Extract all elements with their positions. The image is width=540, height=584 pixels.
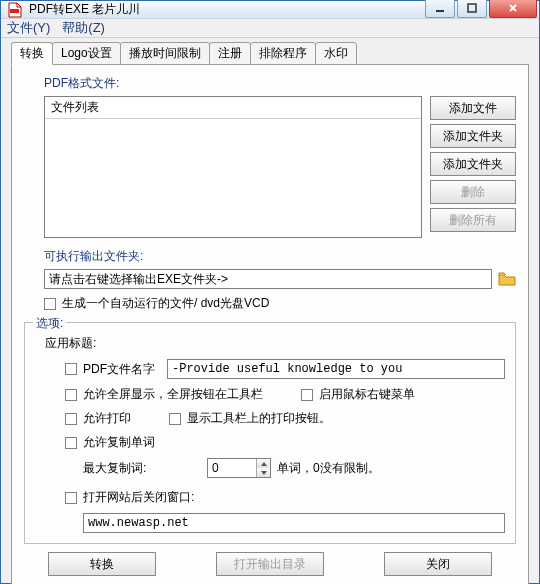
options-legend: 选项:: [33, 315, 66, 332]
options-fieldset: 选项: 应用标题: PDF文件名字 允许全屏显示，全屏按钮在工具栏: [24, 322, 516, 544]
pdf-files-label: PDF格式文件:: [24, 75, 516, 92]
autorun-label: 生成一个自动运行的文件/ dvd光盘VCD: [62, 295, 269, 312]
file-area: 文件列表 添加文件 添加文件夹 添加文件夹 删除 删除所有: [24, 96, 516, 238]
file-list[interactable]: 文件列表: [44, 96, 422, 238]
titlebar: PDF转EXE 老片儿川: [1, 1, 539, 19]
open-output-button[interactable]: 打开输出目录: [216, 552, 324, 576]
side-buttons: 添加文件 添加文件夹 添加文件夹 删除 删除所有: [430, 96, 516, 238]
menu-help[interactable]: 帮助(Z): [62, 19, 105, 37]
minimize-button[interactable]: [425, 0, 455, 18]
menu-file[interactable]: 文件(Y): [7, 19, 50, 37]
window-title: PDF转EXE 老片儿川: [29, 1, 423, 18]
maxcopy-label: 最大复制词:: [83, 460, 153, 477]
tab-panel-convert: PDF格式文件: 文件列表 添加文件 添加文件夹 添加文件夹 删除 删除所有 可…: [11, 64, 529, 584]
closeafter-checkbox[interactable]: [65, 492, 77, 504]
fullscreen-label: 允许全屏显示，全屏按钮在工具栏: [83, 386, 295, 403]
add-file-button[interactable]: 添加文件: [430, 96, 516, 120]
delete-all-button[interactable]: 删除所有: [430, 208, 516, 232]
add-folder-button-1[interactable]: 添加文件夹: [430, 124, 516, 148]
outdir-row: [24, 269, 516, 289]
window-controls: [423, 0, 537, 18]
rclick-label: 启用鼠标右键菜单: [319, 386, 415, 403]
browse-folder-icon[interactable]: [498, 270, 516, 288]
add-folder-button-2[interactable]: 添加文件夹: [430, 152, 516, 176]
app-window: PDF转EXE 老片儿川 文件(Y) 帮助(Z) 转换 Logo设置 播放时间限…: [0, 0, 540, 584]
tab-convert[interactable]: 转换: [11, 42, 53, 65]
tabstrip: 转换 Logo设置 播放时间限制 注册 排除程序 水印: [11, 42, 529, 64]
delete-button[interactable]: 删除: [430, 180, 516, 204]
printbtn-checkbox[interactable]: [169, 413, 181, 425]
print-label: 允许打印: [83, 410, 163, 427]
closeafter-label: 打开网站后关闭窗口:: [83, 489, 194, 506]
autorun-row: 生成一个自动运行的文件/ dvd光盘VCD: [24, 295, 516, 312]
spin-down[interactable]: [256, 468, 270, 477]
outdir-label: 可执行输出文件夹:: [24, 248, 516, 265]
printbtn-label: 显示工具栏上的打印按钮。: [187, 410, 331, 427]
svg-rect-0: [10, 9, 19, 13]
close-app-button[interactable]: 关闭: [384, 552, 492, 576]
menubar: 文件(Y) 帮助(Z): [1, 19, 539, 38]
maxcopy-hint: 单词，0没有限制。: [277, 460, 380, 477]
maxcopy-spinner: [256, 459, 270, 477]
tab-timelimit[interactable]: 播放时间限制: [120, 42, 210, 65]
rclick-checkbox[interactable]: [301, 389, 313, 401]
svg-rect-2: [468, 4, 476, 12]
url-input[interactable]: [83, 513, 505, 533]
copy-label: 允许复制单词: [83, 434, 155, 451]
client-area: 转换 Logo设置 播放时间限制 注册 排除程序 水印 PDF格式文件: 文件列…: [1, 38, 539, 584]
fullscreen-checkbox[interactable]: [65, 389, 77, 401]
maximize-button[interactable]: [457, 0, 487, 18]
spin-up[interactable]: [256, 459, 270, 468]
maxcopy-input[interactable]: 0: [207, 458, 271, 478]
tab-register[interactable]: 注册: [209, 42, 251, 65]
convert-button[interactable]: 转换: [48, 552, 156, 576]
tab-watermark[interactable]: 水印: [315, 42, 357, 65]
file-list-header: 文件列表: [45, 97, 421, 119]
filename-label: PDF文件名字: [83, 361, 161, 378]
app-title-label: 应用标题:: [45, 335, 505, 352]
print-checkbox[interactable]: [65, 413, 77, 425]
close-button[interactable]: [489, 0, 537, 18]
app-icon: [7, 2, 23, 18]
copy-checkbox[interactable]: [65, 437, 77, 449]
maxcopy-value: 0: [212, 461, 219, 475]
autorun-checkbox[interactable]: [44, 298, 56, 310]
bottom-buttons: 转换 打开输出目录 关闭: [24, 544, 516, 584]
tab-logo[interactable]: Logo设置: [52, 42, 121, 65]
app-title-input[interactable]: [167, 359, 505, 379]
filename-checkbox[interactable]: [65, 363, 77, 375]
tab-exclude[interactable]: 排除程序: [250, 42, 316, 65]
outdir-input[interactable]: [44, 269, 492, 289]
